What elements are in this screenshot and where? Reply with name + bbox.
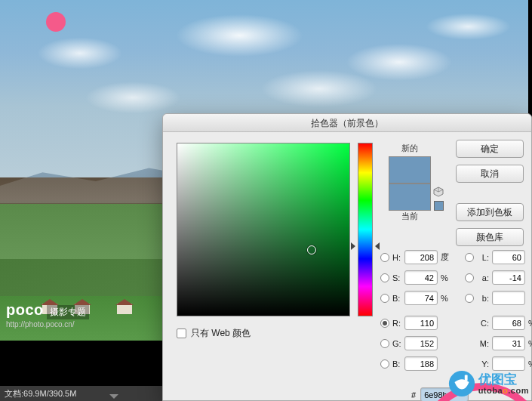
hue-arrow-right-icon bbox=[375, 242, 380, 250]
input-s[interactable] bbox=[404, 270, 438, 285]
gamut-warning-icon[interactable] bbox=[433, 187, 444, 197]
utobao-url: utobao.com bbox=[478, 386, 529, 395]
mode-radio-r[interactable] bbox=[380, 319, 389, 328]
unit-b: % bbox=[441, 294, 454, 303]
unit-h: 度 bbox=[441, 251, 454, 263]
label-m: M: bbox=[477, 339, 489, 348]
input-a[interactable] bbox=[492, 270, 525, 285]
unit-y: % bbox=[528, 359, 532, 369]
label-bv: B: bbox=[392, 359, 404, 369]
current-color-label: 当前 bbox=[383, 211, 436, 222]
input-c[interactable] bbox=[492, 316, 525, 330]
mode-radio-bv[interactable] bbox=[380, 359, 389, 369]
mode-radio-s[interactable] bbox=[380, 273, 389, 282]
color-field-cursor bbox=[307, 245, 316, 254]
mode-radio-b2[interactable] bbox=[465, 294, 474, 303]
input-b[interactable] bbox=[404, 291, 438, 305]
poco-logo: poco bbox=[6, 301, 44, 318]
input-h[interactable] bbox=[404, 250, 438, 264]
label-l: L: bbox=[477, 253, 489, 262]
label-s: S: bbox=[392, 273, 404, 282]
poco-subtitle: 摄影专题 bbox=[47, 305, 89, 319]
sample-point-marker bbox=[46, 12, 66, 32]
mode-radio-h[interactable] bbox=[380, 253, 389, 262]
unit-m: % bbox=[528, 339, 532, 348]
ok-button[interactable]: 确定 bbox=[456, 140, 524, 158]
label-c: C: bbox=[477, 319, 489, 328]
input-bv[interactable] bbox=[404, 356, 438, 371]
hue-arrow-left-icon bbox=[351, 242, 355, 250]
doc-size-info: 文档:69.9M/390.5M bbox=[5, 389, 76, 398]
cancel-button[interactable]: 取消 bbox=[456, 165, 524, 183]
mode-radio-a[interactable] bbox=[465, 273, 474, 282]
input-l[interactable] bbox=[492, 250, 525, 264]
input-b2[interactable] bbox=[492, 291, 525, 305]
status-flyout-arrow-icon[interactable] bbox=[109, 394, 118, 399]
hex-label: # bbox=[411, 390, 416, 399]
label-a: a: bbox=[477, 273, 489, 282]
current-color-swatch[interactable] bbox=[389, 184, 431, 211]
label-g: G: bbox=[392, 339, 404, 348]
unit-c: % bbox=[528, 319, 532, 328]
color-picker-dialog: 拾色器（前景色） 新的 当前 确定 取消 添加到色板 颜色库 bbox=[162, 113, 532, 401]
svg-rect-5 bbox=[464, 375, 467, 381]
label-b2: b: bbox=[477, 294, 489, 303]
new-color-label: 新的 bbox=[383, 143, 436, 154]
utobao-watermark: 优图宝 utobao.com bbox=[447, 369, 529, 398]
input-m[interactable] bbox=[492, 336, 525, 350]
label-y: Y: bbox=[477, 359, 489, 369]
picker-title: 拾色器（前景色） bbox=[163, 114, 531, 132]
hue-slider[interactable] bbox=[358, 143, 373, 316]
add-to-swatches-button[interactable]: 添加到色板 bbox=[456, 203, 524, 221]
utobao-logo-icon bbox=[447, 369, 476, 398]
input-r[interactable] bbox=[404, 316, 438, 330]
new-color-swatch bbox=[389, 156, 431, 184]
mode-radio-l[interactable] bbox=[465, 253, 474, 262]
poco-url: http://photo.poco.cn/ bbox=[6, 320, 89, 329]
gamut-corrected-swatch[interactable] bbox=[434, 201, 444, 211]
input-g[interactable] bbox=[404, 336, 438, 350]
mode-radio-g[interactable] bbox=[380, 339, 389, 348]
label-r: R: bbox=[392, 319, 404, 328]
unit-s: % bbox=[441, 273, 454, 282]
color-field[interactable] bbox=[177, 143, 350, 316]
label-b: B: bbox=[392, 294, 404, 303]
poco-watermark: poco摄影专题 http://photo.poco.cn/ bbox=[6, 301, 89, 329]
color-libraries-button[interactable]: 颜色库 bbox=[456, 228, 524, 246]
web-colors-only-checkbox[interactable] bbox=[177, 329, 186, 338]
web-colors-only-label: 只有 Web 颜色 bbox=[191, 327, 251, 340]
utobao-name: 优图宝 bbox=[478, 373, 529, 386]
mode-radio-b[interactable] bbox=[380, 294, 389, 303]
label-h: H: bbox=[392, 253, 404, 262]
